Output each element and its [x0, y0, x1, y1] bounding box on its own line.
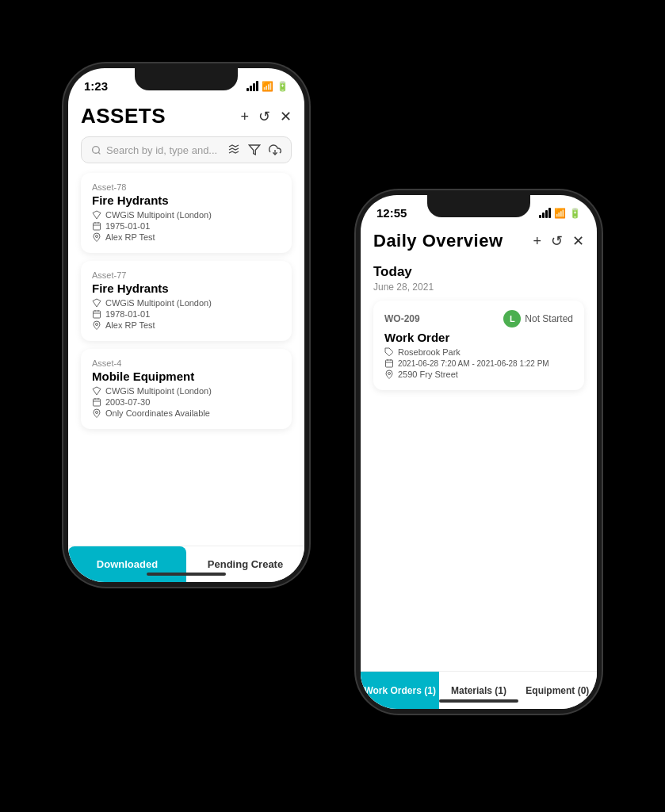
- svg-rect-11: [94, 311, 101, 318]
- today-heading: Today: [361, 259, 597, 282]
- calendar-icon: [92, 309, 101, 319]
- wo-park: Rosebrook Park: [384, 347, 573, 357]
- download-icon[interactable]: [269, 144, 281, 156]
- svg-rect-23: [386, 360, 393, 367]
- assets-title: ASSETS: [81, 104, 166, 128]
- location-icon: [92, 210, 101, 220]
- asset-date: 1978-01-01: [92, 309, 281, 319]
- today-date: June 28, 2021: [361, 282, 597, 301]
- svg-marker-16: [93, 387, 101, 395]
- daily-header: Daily Overview + ↺ ✕: [361, 224, 597, 259]
- search-placeholder: Search by id, type and...: [106, 144, 217, 156]
- notch: [135, 68, 238, 90]
- wo-header: WO-209 L Not Started: [384, 310, 573, 327]
- refresh-button-2[interactable]: ↺: [551, 234, 563, 248]
- status-time: 1:23: [84, 79, 108, 93]
- asset-name: Fire Hydrants: [92, 193, 281, 207]
- tab-equipment[interactable]: Equipment (0): [518, 672, 597, 709]
- phone-assets-screen: 1:23 📶 🔋 ASSETS + ↺: [68, 68, 304, 582]
- asset-card-78[interactable]: Asset-78 Fire Hydrants CWGiS Multipoint …: [81, 173, 292, 253]
- signal-icon-2: [539, 209, 551, 218]
- status-time-2: 12:55: [376, 206, 407, 220]
- pin-icon: [92, 232, 101, 242]
- assets-bottom-tabs: Downloaded Pending Create: [68, 546, 304, 582]
- calendar-icon-2: [384, 358, 394, 368]
- home-indicator-2: [439, 699, 518, 703]
- close-button-2[interactable]: ✕: [572, 234, 584, 248]
- assets-header: ASSETS + ↺ ✕: [68, 98, 304, 136]
- svg-marker-2: [249, 145, 259, 155]
- pin-icon: [92, 320, 101, 330]
- svg-point-21: [96, 412, 98, 414]
- asset-name: Fire Hydrants: [92, 282, 281, 295]
- asset-name: Mobile Equipment: [92, 370, 281, 383]
- filter-icon[interactable]: [248, 144, 261, 156]
- search-icon: [91, 145, 101, 155]
- svg-point-0: [93, 146, 100, 153]
- search-bar[interactable]: Search by id, type and...: [81, 136, 292, 163]
- svg-line-1: [98, 152, 100, 154]
- asset-card-4[interactable]: Asset-4 Mobile Equipment CWGiS Multipoin…: [81, 349, 292, 429]
- refresh-button[interactable]: ↺: [258, 109, 270, 124]
- badge-avatar: L: [503, 310, 521, 327]
- search-actions: [227, 144, 281, 156]
- signal-icon: [247, 82, 258, 91]
- asset-user: Alex RP Test: [92, 320, 281, 330]
- svg-marker-4: [93, 211, 101, 219]
- svg-point-15: [96, 324, 98, 326]
- header-icons-2: + ↺ ✕: [533, 234, 584, 248]
- svg-marker-10: [93, 299, 101, 307]
- wo-id: WO-209: [384, 313, 420, 324]
- asset-user: Only Coordinates Available: [92, 408, 281, 418]
- tab-work-orders[interactable]: Work Orders (1): [361, 672, 439, 709]
- battery-icon-2: 🔋: [569, 208, 581, 219]
- notch-2: [427, 195, 530, 217]
- pin-icon: [92, 408, 101, 418]
- calendar-icon: [92, 397, 101, 407]
- asset-card-77[interactable]: Asset-77 Fire Hydrants CWGiS Multipoint …: [81, 261, 292, 341]
- daily-title: Daily Overview: [373, 231, 503, 251]
- asset-location: CWGiS Multipoint (London): [92, 210, 281, 220]
- home-indicator: [147, 573, 226, 576]
- phone-assets: 1:23 📶 🔋 ASSETS + ↺: [63, 63, 309, 587]
- phone-daily-overview: 12:55 📶 🔋 Daily Overview +: [356, 190, 602, 714]
- asset-date: 2003-07-30: [92, 397, 281, 407]
- asset-id: Asset-4: [92, 358, 281, 368]
- asset-location: CWGiS Multipoint (London): [92, 386, 281, 396]
- svg-rect-5: [94, 223, 101, 230]
- svg-point-27: [388, 373, 391, 375]
- tab-downloaded[interactable]: Downloaded: [68, 546, 186, 582]
- battery-icon: 🔋: [277, 81, 289, 92]
- location-icon: [92, 386, 101, 396]
- asset-id: Asset-78: [92, 182, 281, 192]
- asset-user: Alex RP Test: [92, 232, 281, 242]
- asset-date: 1975-01-01: [92, 221, 281, 231]
- status-icons: 📶 🔋: [247, 81, 289, 92]
- svg-rect-17: [94, 399, 101, 406]
- header-icons: + ↺ ✕: [240, 109, 292, 124]
- wifi-icon-2: 📶: [554, 208, 566, 219]
- asset-location: CWGiS Multipoint (London): [92, 298, 281, 308]
- close-button[interactable]: ✕: [280, 109, 292, 124]
- scene: 1:23 📶 🔋 ASSETS + ↺: [0, 0, 665, 812]
- wo-address: 2590 Fry Street: [384, 370, 573, 379]
- add-button[interactable]: +: [240, 109, 249, 124]
- wifi-icon: 📶: [262, 81, 273, 92]
- daily-bottom-tabs: Work Orders (1) Materials (1) Equipment …: [361, 671, 597, 709]
- asset-id: Asset-77: [92, 270, 281, 280]
- wo-status: Not Started: [525, 313, 573, 324]
- wo-title: Work Order: [384, 331, 573, 344]
- calendar-icon: [92, 221, 101, 231]
- location-icon: [92, 298, 101, 308]
- wo-datetime: 2021-06-28 7:20 AM - 2021-06-28 1:22 PM: [384, 358, 573, 368]
- pin-icon-2: [384, 370, 394, 379]
- svg-point-9: [96, 236, 98, 238]
- work-order-card[interactable]: WO-209 L Not Started Work Order Rosebroo…: [373, 301, 584, 390]
- tab-pending-create[interactable]: Pending Create: [186, 546, 304, 582]
- wo-badge: L Not Started: [503, 310, 573, 327]
- add-button-2[interactable]: +: [533, 234, 541, 248]
- phone-daily-screen: 12:55 📶 🔋 Daily Overview +: [361, 195, 597, 709]
- tab-materials[interactable]: Materials (1): [439, 672, 518, 709]
- sort-icon[interactable]: [227, 144, 240, 156]
- status-icons-2: 📶 🔋: [539, 208, 581, 219]
